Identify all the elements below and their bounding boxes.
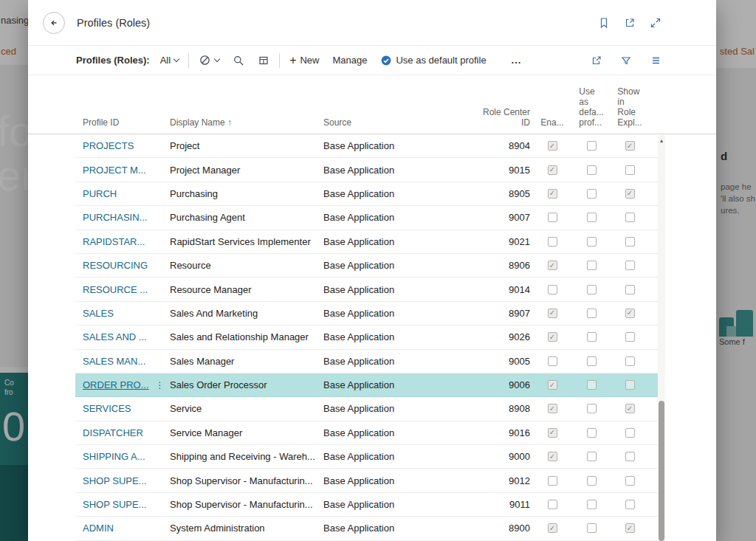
profile-id-link[interactable]: SHOP SUPE... [83, 475, 146, 486]
profile-id-link[interactable]: ORDER PRO... [83, 379, 149, 390]
table-row[interactable]: SERVICES Service Base Application 8908 ✓… [28, 397, 716, 421]
vertical-scrollbar[interactable]: ▲ [658, 135, 665, 541]
use-as-default-checkbox[interactable] [587, 141, 597, 151]
display-name-cell[interactable]: Sales Manager [170, 356, 323, 367]
show-in-role-explorer-checkbox[interactable] [625, 165, 635, 175]
profile-id-link[interactable]: SALES AND ... [83, 331, 147, 342]
profile-id-link[interactable]: DISPATCHER [83, 427, 143, 438]
table-row[interactable]: DISPATCHER Service Manager Base Applicat… [28, 421, 716, 445]
enabled-checkbox[interactable]: ✓ [548, 261, 557, 270]
table-row[interactable]: SHOP SUPE... Shop Supervisor - Manufactu… [28, 469, 716, 492]
table-row[interactable]: SHOP SUPE... Shop Supervisor - Manufactu… [28, 493, 716, 517]
show-in-role-explorer-checkbox[interactable]: ✓ [625, 189, 635, 199]
use-as-default-checkbox[interactable] [587, 404, 597, 413]
show-in-role-explorer-checkbox[interactable] [625, 332, 635, 342]
profile-id-link[interactable]: SALES [83, 308, 114, 319]
display-name-cell[interactable]: Resource Manager [170, 284, 323, 295]
list-view-icon[interactable] [648, 53, 663, 68]
enabled-checkbox[interactable] [548, 213, 557, 222]
analyze-button[interactable] [258, 55, 269, 66]
display-name-cell[interactable]: Purchasing Agent [170, 212, 323, 223]
use-as-default-checkbox[interactable] [587, 237, 597, 247]
show-in-role-explorer-checkbox[interactable] [625, 500, 635, 509]
use-as-default-checkbox[interactable] [587, 165, 597, 175]
use-as-default-checkbox[interactable] [587, 428, 597, 438]
enabled-checkbox[interactable]: ✓ [548, 523, 557, 533]
new-button[interactable]: + New [289, 55, 319, 66]
show-in-role-explorer-checkbox[interactable]: ✓ [625, 404, 635, 413]
use-as-default-checkbox[interactable] [587, 523, 597, 533]
show-in-role-explorer-checkbox[interactable] [625, 428, 635, 438]
scrollbar-thumb[interactable] [659, 401, 664, 541]
use-as-default-checkbox[interactable] [587, 213, 597, 222]
use-as-default-checkbox[interactable] [587, 285, 597, 294]
profile-id-link[interactable]: SHIPPING A... [83, 451, 145, 462]
use-as-default-checkbox[interactable] [587, 476, 597, 486]
table-row[interactable]: SALES Sales And Marketing Base Applicati… [28, 302, 716, 325]
display-name-cell[interactable]: Sales and Relationship Manager [170, 331, 323, 342]
profile-id-link[interactable]: PROJECTS [83, 140, 134, 151]
table-row[interactable]: ADMIN System Administration Base Applica… [28, 517, 716, 540]
use-as-default-checkbox[interactable] [587, 332, 597, 342]
enabled-checkbox[interactable]: ✓ [548, 380, 557, 390]
enabled-checkbox[interactable] [548, 237, 557, 247]
show-in-role-explorer-checkbox[interactable] [625, 356, 635, 366]
use-as-default-profile-button[interactable]: Use as default profile [380, 55, 486, 66]
enabled-checkbox[interactable]: ✓ [548, 452, 557, 461]
show-in-role-explorer-checkbox[interactable]: ✓ [625, 141, 635, 151]
bookmark-icon[interactable] [597, 15, 611, 30]
use-as-default-checkbox[interactable] [587, 356, 597, 366]
show-in-role-explorer-checkbox[interactable] [625, 285, 635, 294]
use-as-default-checkbox[interactable] [587, 261, 597, 270]
show-in-role-explorer-checkbox[interactable]: ✓ [625, 309, 635, 318]
profile-id-link[interactable]: SHOP SUPE... [83, 499, 146, 510]
table-row[interactable]: RESOURCE ... Resource Manager Base Appli… [28, 278, 716, 301]
display-name-cell[interactable]: Service Manager [170, 427, 323, 438]
table-row[interactable]: PURCHASIN... Purchasing Agent Base Appli… [28, 206, 716, 230]
manage-button[interactable]: Manage [333, 55, 368, 66]
enabled-checkbox[interactable] [548, 356, 557, 366]
column-header-enabled[interactable]: Ena... [530, 117, 574, 128]
view-filter-dropdown[interactable]: All [160, 55, 179, 66]
profile-id-link[interactable]: RAPIDSTAR... [83, 236, 145, 247]
scroll-up-arrow-icon[interactable]: ▲ [658, 135, 665, 145]
profile-id-link[interactable]: SERVICES [83, 403, 131, 414]
search-button[interactable] [233, 55, 244, 66]
enabled-checkbox[interactable]: ✓ [548, 309, 557, 318]
expand-fullscreen-icon[interactable] [648, 15, 663, 30]
table-row[interactable]: PURCH Purchasing Base Application 8905 ✓… [28, 182, 716, 206]
profile-id-link[interactable]: PROJECT M... [83, 165, 146, 176]
table-row[interactable]: SHIPPING A... Shipping and Receiving - W… [28, 445, 716, 469]
enabled-checkbox[interactable]: ✓ [548, 428, 557, 438]
enabled-checkbox[interactable]: ✓ [548, 165, 557, 175]
use-as-default-checkbox[interactable] [587, 189, 597, 199]
display-name-cell[interactable]: RapidStart Services Implementer [170, 236, 323, 247]
show-in-role-explorer-checkbox[interactable] [625, 237, 635, 247]
back-button[interactable] [43, 12, 65, 34]
display-name-cell[interactable]: Project [170, 140, 323, 151]
column-header-show-in-role-explorer[interactable]: Show in Role Expl... [608, 86, 651, 128]
show-in-role-explorer-checkbox[interactable]: ✓ [625, 523, 635, 533]
display-name-cell[interactable]: Sales Order Processor [170, 379, 323, 390]
profile-id-link[interactable]: PURCHASIN... [83, 212, 147, 223]
show-in-role-explorer-checkbox[interactable] [625, 261, 635, 270]
enabled-checkbox[interactable]: ✓ [548, 141, 557, 151]
column-header-role-center-id[interactable]: Role Center ID [449, 107, 530, 128]
more-options-button[interactable]: ... [512, 55, 522, 66]
enabled-checkbox[interactable] [548, 285, 557, 294]
column-header-use-as-default[interactable]: Use as defa... prof... [574, 86, 608, 128]
show-in-role-explorer-checkbox[interactable] [625, 380, 635, 390]
use-as-default-checkbox[interactable] [587, 380, 597, 390]
open-in-new-window-icon[interactable] [622, 15, 637, 30]
profile-id-link[interactable]: RESOURCE ... [83, 284, 148, 295]
share-icon[interactable] [589, 53, 604, 68]
enabled-checkbox[interactable]: ✓ [548, 332, 557, 342]
profile-id-link[interactable]: PURCH [83, 188, 117, 199]
column-header-profile-id[interactable]: Profile ID [75, 117, 170, 128]
use-as-default-checkbox[interactable] [587, 309, 597, 318]
profile-id-link[interactable]: SALES MAN... [83, 356, 145, 367]
table-row[interactable]: RAPIDSTAR... RapidStart Services Impleme… [28, 230, 716, 254]
table-row[interactable]: SALES AND ... Sales and Relationship Man… [28, 325, 716, 349]
display-name-cell[interactable]: Sales And Marketing [170, 308, 323, 319]
table-row[interactable]: ORDER PRO...⋮ Sales Order Processor Base… [28, 373, 716, 397]
